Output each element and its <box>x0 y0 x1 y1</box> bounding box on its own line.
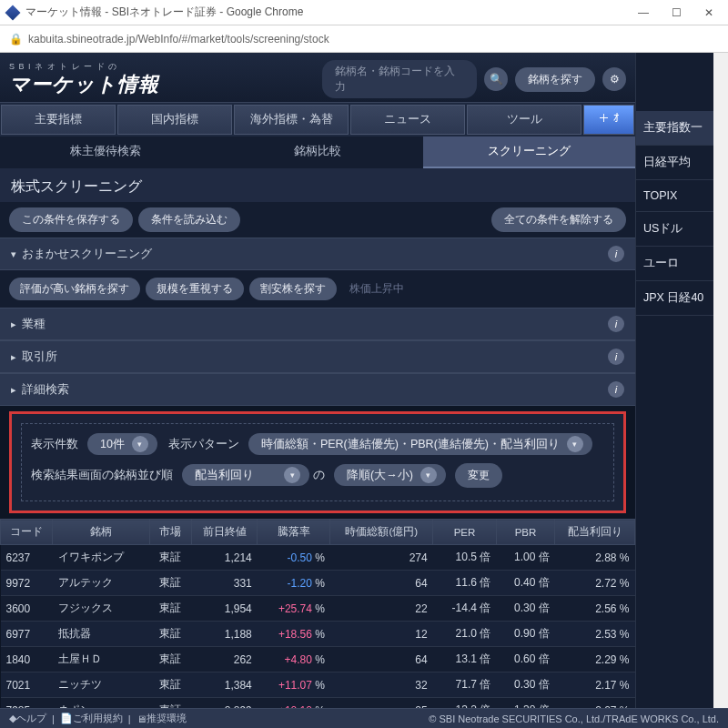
find-stock-button[interactable]: 銘柄を探す <box>515 67 595 92</box>
table-cell: 6977 <box>1 622 53 647</box>
table-header[interactable]: コード <box>1 520 53 545</box>
info-icon[interactable]: i <box>608 316 624 332</box>
table-cell: イワキポンプ <box>53 545 150 571</box>
table-row[interactable]: 6977抵抗器東証1,188+18.56 %1221.0 倍0.90 倍2.53… <box>1 622 635 647</box>
right-topix[interactable]: TOPIX <box>636 180 713 212</box>
table-cell: 32 <box>330 672 433 698</box>
subtab-screening[interactable]: スクリーニング <box>423 136 635 168</box>
table-cell: 1,954 <box>191 596 257 622</box>
url-text[interactable]: kabuita.sbineotrade.jp/WebInfo/#/market/… <box>28 33 329 46</box>
count-dropdown[interactable]: 10件▾ <box>87 433 157 455</box>
info-icon[interactable]: i <box>608 246 624 262</box>
minimize-button[interactable]: — <box>637 6 650 19</box>
change-button[interactable]: 変更 <box>455 463 502 488</box>
table-row[interactable]: 1840土屋ＨＤ東証262+4.80 %6413.1 倍0.60 倍2.29 % <box>1 647 635 672</box>
save-condition-button[interactable]: この条件を保存する <box>9 207 133 232</box>
info-icon[interactable]: i <box>608 349 624 365</box>
label-sort: 検索結果画面の銘柄並び順 <box>31 468 173 483</box>
close-button[interactable]: ✕ <box>703 6 715 19</box>
table-cell: アルテック <box>53 571 150 596</box>
chip-undervalued[interactable]: 割安株を探す <box>249 278 337 300</box>
tab-add-button[interactable]: ＋ ｵ <box>583 105 634 135</box>
info-icon[interactable]: i <box>608 381 624 398</box>
table-cell: 1.00 倍 <box>496 545 554 571</box>
load-condition-button[interactable]: 条件を読み込む <box>138 207 240 232</box>
table-header[interactable]: 配当利回り <box>555 520 635 545</box>
accordion-detail[interactable]: ▸ 詳細検索 i <box>0 373 635 406</box>
table-cell: 2.29 % <box>555 647 635 672</box>
chip-high-rating[interactable]: 評価が高い銘柄を探す <box>9 278 140 300</box>
search-input[interactable]: 銘柄名・銘柄コードを入力 <box>322 60 477 98</box>
page-title: 株式スクリーニング <box>0 168 635 202</box>
sort-direction-dropdown[interactable]: 降順(大→小)▾ <box>334 464 446 486</box>
footer-copyright: © SBI Neotrade SECURITIES Co., Ltd./TRAd… <box>429 713 719 724</box>
table-header[interactable]: 騰落率 <box>258 520 330 545</box>
tab-overseas-forex[interactable]: 海外指標・為替 <box>234 105 349 135</box>
table-cell: 土屋ＨＤ <box>53 647 150 672</box>
table-header[interactable]: 前日終値 <box>191 520 257 545</box>
footer-logo-icon: ◆ <box>9 713 16 724</box>
subtab-compare[interactable]: 銘柄比較 <box>212 136 424 168</box>
accordion-exchange[interactable]: ▸ 取引所 i <box>0 340 635 373</box>
chevron-down-icon: ▾ <box>132 436 148 452</box>
table-cell: ニッチツ <box>53 672 150 698</box>
table-cell: -1.20 % <box>258 571 330 596</box>
chip-scale[interactable]: 規模を重視する <box>146 278 244 300</box>
app-header: S B I ネ オ ト レ ー ド の マーケット情報 銘柄名・銘柄コードを入力… <box>0 53 635 102</box>
accordion-industry[interactable]: ▸ 業種 i <box>0 308 635 340</box>
table-cell: 東証 <box>150 545 192 571</box>
search-icon[interactable]: 🔍 <box>484 67 508 91</box>
right-header[interactable]: 主要指数一 <box>636 111 713 146</box>
table-row[interactable]: 9972アルテック東証331-1.20 %6411.6 倍0.40 倍2.72 … <box>1 571 635 596</box>
label-separator: の <box>313 468 325 483</box>
table-cell: 71.7 倍 <box>433 672 497 698</box>
table-cell: -0.50 % <box>258 545 330 571</box>
pattern-dropdown[interactable]: 時価総額・PER(連結優先)・PBR(連結優先)・配当利回り▾ <box>248 433 592 455</box>
table-cell: 1840 <box>1 647 53 672</box>
tab-tools[interactable]: ツール <box>467 105 581 135</box>
app-footer: ◆ ヘルプ | 📄 ご利用規約 | 🖥 推奨環境 © SBI Neotrade … <box>0 708 728 728</box>
highlighted-settings-panel: 表示件数 10件▾ 表示パターン 時価総額・PER(連結優先)・PBR(連結優先… <box>9 411 626 513</box>
app-icon <box>5 5 21 20</box>
chevron-down-icon: ▾ <box>420 467 437 483</box>
sort-field-dropdown[interactable]: 配当利回り▾ <box>182 464 309 486</box>
main-tab-row: 主要指標 国内指標 海外指標・為替 ニュース ツール ＋ ｵ <box>0 102 635 136</box>
table-header[interactable]: 市場 <box>150 520 192 545</box>
table-header[interactable]: PER <box>433 520 497 545</box>
table-row[interactable]: 3600フジックス東証1,954+25.74 %22-14.4 倍0.30 倍2… <box>1 596 635 622</box>
table-cell: 0.30 倍 <box>496 596 554 622</box>
table-cell: 274 <box>330 545 433 571</box>
footer-recommended[interactable]: 推奨環境 <box>147 712 187 725</box>
table-cell: 抵抗器 <box>53 622 150 647</box>
table-header[interactable]: 銘柄 <box>53 520 150 545</box>
table-cell: 2.56 % <box>555 596 635 622</box>
right-nikkei[interactable]: 日経平均 <box>636 146 713 180</box>
table-cell: 0.40 倍 <box>496 571 554 596</box>
table-cell: 2.53 % <box>555 622 635 647</box>
browser-scrollbar[interactable] <box>713 53 728 728</box>
table-header[interactable]: PBR <box>496 520 554 545</box>
table-cell: 13.1 倍 <box>433 647 497 672</box>
chevron-right-icon: ▸ <box>11 351 16 363</box>
right-eur[interactable]: ユーロ <box>636 247 713 281</box>
right-sidebar: 主要指数一 日経平均 TOPIX USドル ユーロ JPX 日経40 <box>635 53 713 728</box>
chip-rising[interactable]: 株価上昇中 <box>342 278 411 300</box>
subtab-yutai[interactable]: 株主優待検索 <box>0 136 212 168</box>
tab-main-indices[interactable]: 主要指標 <box>1 105 116 135</box>
footer-help[interactable]: ヘルプ <box>16 712 46 725</box>
right-usd[interactable]: USドル <box>636 212 713 247</box>
table-cell: 12 <box>330 622 433 647</box>
table-row[interactable]: 6237イワキポンプ東証1,214-0.50 %27410.5 倍1.00 倍2… <box>1 545 635 571</box>
accordion-omakase[interactable]: ▾ おまかせスクリーニング i <box>0 238 635 270</box>
table-cell: 11.6 倍 <box>433 571 497 596</box>
settings-icon[interactable]: ⚙ <box>602 67 626 91</box>
tab-domestic-indices[interactable]: 国内指標 <box>117 105 232 135</box>
tab-news[interactable]: ニュース <box>350 105 465 135</box>
right-jpx[interactable]: JPX 日経40 <box>636 281 713 316</box>
footer-terms[interactable]: ご利用規約 <box>73 712 123 725</box>
clear-all-button[interactable]: 全ての条件を解除する <box>491 207 626 232</box>
table-header[interactable]: 時価総額(億円) <box>330 520 433 545</box>
maximize-button[interactable]: ☐ <box>670 6 682 19</box>
table-row[interactable]: 7021ニッチツ東証1,384+11.07 %3271.7 倍0.30 倍2.1… <box>1 672 635 698</box>
window-title: マーケット情報 - SBIネオトレード証券 - Google Chrome <box>25 5 637 20</box>
